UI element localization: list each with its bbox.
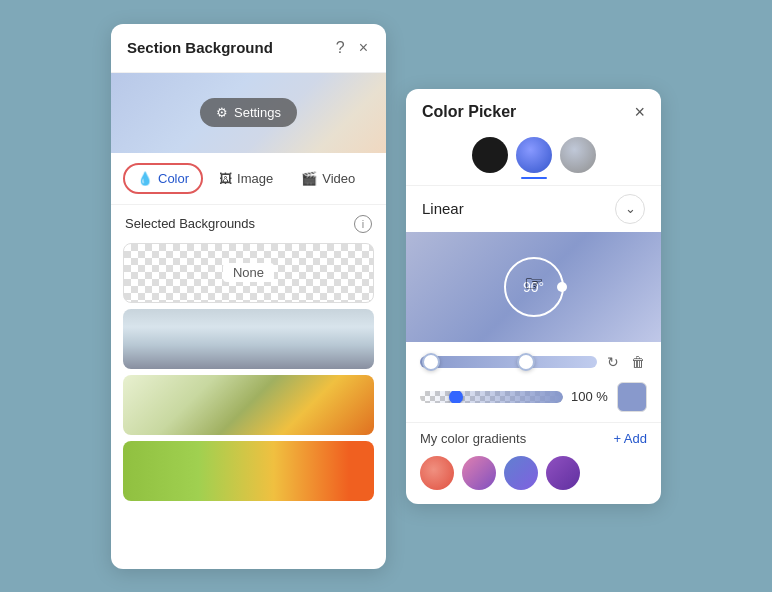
cp-gradient-swatch-4[interactable] [546, 456, 580, 490]
chevron-down-icon: ⌄ [625, 201, 636, 216]
help-button[interactable]: ? [334, 38, 347, 58]
selected-bg-header: Selected Backgrounds i [111, 205, 386, 239]
color-tab-icon: 💧 [137, 171, 153, 186]
cp-gradient-slider[interactable] [420, 356, 597, 368]
cp-opacity-thumb[interactable] [449, 391, 463, 403]
cp-gradient-swatches [420, 456, 647, 490]
video-tab-icon: 🎬 [301, 171, 317, 186]
cp-add-button[interactable]: + Add [613, 431, 647, 446]
citrus-image [123, 375, 374, 435]
panel-header: Section Background ? × [111, 24, 386, 73]
cp-dropdown-button[interactable]: ⌄ [615, 194, 645, 224]
cp-header: Color Picker × [406, 89, 661, 131]
gear-icon: ⚙ [216, 105, 228, 120]
cp-controls: ↻ 🗑 100 % [406, 342, 661, 422]
cp-opacity-slider[interactable] [420, 391, 563, 403]
bg-item-none[interactable]: None [123, 243, 374, 303]
cp-close-button[interactable]: × [634, 103, 645, 121]
cp-opacity-row: 100 % [420, 382, 647, 412]
refresh-icon: ↻ [607, 354, 619, 370]
cp-title: Color Picker [422, 103, 516, 121]
selected-bg-label: Selected Backgrounds [125, 216, 255, 231]
settings-button[interactable]: ⚙ Settings [200, 98, 297, 127]
panel-header-icons: ? × [334, 38, 370, 58]
bg-item-citrus[interactable] [123, 375, 374, 435]
cp-delete-button[interactable]: 🗑 [629, 352, 647, 372]
color-tab-black[interactable] [472, 137, 508, 173]
color-tab-gray[interactable] [560, 137, 596, 173]
tab-video[interactable]: 🎬 Video [289, 163, 367, 194]
bg-list: None [111, 239, 386, 505]
cp-gradient-slider-row: ↻ 🗑 [420, 352, 647, 372]
cp-linear-label: Linear [422, 200, 464, 217]
video-tab-label: Video [322, 171, 355, 186]
cp-color-swatch[interactable] [617, 382, 647, 412]
cp-angle-circle[interactable]: 90° [504, 257, 564, 317]
gradient-preview: ⚙ Settings [111, 73, 386, 153]
cp-gradient-area: 90° ☞ [406, 232, 661, 342]
info-icon[interactable]: i [354, 215, 372, 233]
cp-refresh-button[interactable]: ↻ [605, 352, 621, 372]
cp-gradients-header: My color gradients + Add [420, 431, 647, 446]
cp-gradient-swatch-1[interactable] [420, 456, 454, 490]
close-button[interactable]: × [357, 38, 370, 58]
color-tab-label: Color [158, 171, 189, 186]
panel-title: Section Background [127, 39, 273, 56]
color-tab-blue[interactable] [516, 137, 552, 173]
cp-gradients-label: My color gradients [420, 431, 526, 446]
mountain-image [123, 309, 374, 369]
image-tab-label: Image [237, 171, 273, 186]
cp-slider-thumb-right[interactable] [517, 353, 535, 371]
cp-linear-row: Linear ⌄ [406, 185, 661, 232]
image-tab-icon: 🖼 [219, 171, 232, 186]
tab-image[interactable]: 🖼 Image [207, 163, 285, 194]
settings-label: Settings [234, 105, 281, 120]
cp-color-tabs [406, 131, 661, 185]
cp-gradients-section: My color gradients + Add [406, 422, 661, 504]
tab-color[interactable]: 💧 Color [123, 163, 203, 194]
tab-row: 💧 Color 🖼 Image 🎬 Video [111, 153, 386, 205]
bg-item-gradient[interactable] [123, 441, 374, 501]
cp-opacity-value: 100 % [571, 389, 609, 404]
none-label: None [223, 263, 274, 282]
cp-opacity-fill [420, 391, 563, 403]
cp-slider-thumb-left[interactable] [422, 353, 440, 371]
cp-angle-label: 90° [523, 279, 544, 295]
trash-icon: 🗑 [631, 354, 645, 370]
section-bg-panel: Section Background ? × ⚙ Settings 💧 Colo… [111, 24, 386, 569]
cp-gradient-swatch-3[interactable] [504, 456, 538, 490]
cp-angle-dot [557, 282, 567, 292]
cp-gradient-swatch-2[interactable] [462, 456, 496, 490]
gradient-image [123, 441, 374, 501]
bg-item-mountain[interactable] [123, 309, 374, 369]
color-picker-panel: Color Picker × Linear ⌄ 90° ☞ ↻ [406, 89, 661, 504]
